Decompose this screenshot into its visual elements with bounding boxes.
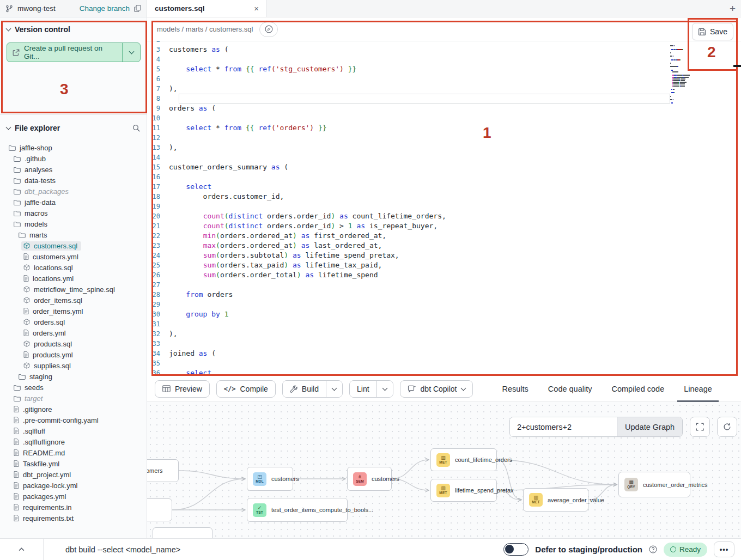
code-line-19[interactable]: 19 <box>147 202 741 211</box>
defer-toggle[interactable] <box>503 543 529 556</box>
code-line-12[interactable]: 12 <box>147 133 741 143</box>
tree-item-jaffle-data[interactable]: jaffle-data <box>3 197 144 208</box>
tree-item-models[interactable]: models <box>3 218 144 229</box>
tab-code-quality[interactable]: Code quality <box>548 376 592 402</box>
create-pull-request-main[interactable]: Create a pull request on Git... <box>7 43 123 62</box>
lint-button[interactable]: Lint <box>350 381 376 397</box>
create-pull-request-button[interactable]: Create a pull request on Git... <box>7 42 141 62</box>
tree-item--sqlfluff[interactable]: .sqlfluff <box>3 425 144 436</box>
tree-item-package-lock-yml[interactable]: package-lock.yml <box>3 480 144 491</box>
tree-item-products-sql[interactable]: products.sql <box>3 338 144 349</box>
cli-command-text[interactable]: dbt build --select <model_name> <box>65 545 180 554</box>
tree-item-data-tests[interactable]: data-tests <box>3 175 144 186</box>
tree-item-dbt-project-yml[interactable]: dbt_project.yml <box>3 469 144 480</box>
tab-compiled-code[interactable]: Compiled code <box>611 376 664 402</box>
fullscreen-button[interactable] <box>690 417 710 437</box>
tree-item-staging[interactable]: staging <box>3 371 144 382</box>
lineage-node-customers_sem[interactable]: ⋔SEMcustomers <box>347 467 392 491</box>
code-line-16[interactable]: 16 <box>147 172 741 182</box>
lineage-node-stg_customers[interactable]: ◳MDLstg_customers <box>147 459 179 482</box>
save-button[interactable]: Save <box>692 23 733 40</box>
code-line-5[interactable]: 5 select * from {{ ref('stg_customers') … <box>147 64 741 74</box>
dbt-copilot-button[interactable]: dbt Copilot <box>400 380 473 398</box>
code-line-9[interactable]: 9orders as ( <box>147 104 741 113</box>
code-line-20[interactable]: 20 count(distinct orders.order_id) as co… <box>147 211 741 221</box>
lineage-selector-input[interactable] <box>510 417 617 436</box>
code-line-10[interactable]: 10 <box>147 113 741 123</box>
lineage-node-lifetime_spend_pretax[interactable]: ▥METlifetime_spend_pretax <box>430 479 497 502</box>
tree-item-marts[interactable]: marts <box>3 229 144 240</box>
tree-item-dbt-packages[interactable]: dbt_packages <box>3 186 144 197</box>
tree-item-customers-sql[interactable]: customers.sql <box>3 240 144 251</box>
code-line-3[interactable]: 3customers as ( <box>147 45 741 54</box>
build-button[interactable]: Build <box>283 381 326 397</box>
lineage-node-orders_src[interactable]: ◳MDLorders <box>147 498 172 521</box>
code-line-14[interactable]: 14 <box>147 153 741 162</box>
tree-item-jaffle-shop[interactable]: jaffle-shop <box>3 142 144 153</box>
collapse-panel-button[interactable] <box>0 539 44 560</box>
tree-item-target[interactable]: target <box>3 393 144 404</box>
code-line-23[interactable]: 23 max(orders.ordered_at) as last_ordere… <box>147 241 741 251</box>
tree-item-products-yml[interactable]: products.yml <box>3 349 144 360</box>
preview-button[interactable]: Preview <box>155 380 210 398</box>
tree-item-taskfile-yml[interactable]: Taskfile.yml <box>3 458 144 469</box>
lint-dropdown[interactable] <box>376 381 393 397</box>
tree-item-order-items-sql[interactable]: order_items.sql <box>3 295 144 306</box>
code-line-18[interactable]: 18 orders.customer_id, <box>147 192 741 202</box>
code-line-32[interactable]: 32), <box>147 329 741 339</box>
tree-item-requirements-txt[interactable]: requirements.txt <box>3 513 144 524</box>
code-line-7[interactable]: 7), <box>147 84 741 94</box>
tree-item-readme-md[interactable]: README.md <box>3 447 144 458</box>
tree-item-metricflow-time-spine-sql[interactable]: metricflow_time_spine.sql <box>3 284 144 295</box>
code-line-27[interactable]: 27 <box>147 280 741 290</box>
tree-item-macros[interactable]: macros <box>3 208 144 218</box>
code-line-34[interactable]: 34joined as ( <box>147 349 741 358</box>
lineage-node-partial_node[interactable] <box>153 527 212 538</box>
code-line-36[interactable]: 36 select <box>147 368 741 376</box>
lineage-compass-button[interactable] <box>259 22 278 37</box>
new-tab-button[interactable]: + <box>730 3 736 15</box>
help-icon[interactable] <box>649 545 657 553</box>
lineage-node-customer_order_metrics[interactable]: ▦QRYcustomer_order_metrics <box>618 472 690 497</box>
tree-item-order-items-yml[interactable]: order_items.yml <box>3 306 144 316</box>
more-options-button[interactable]: ••• <box>714 541 734 557</box>
tree-item-orders-sql[interactable]: orders.sql <box>3 316 144 327</box>
code-area[interactable]: 23customers as (45 select * from {{ ref(… <box>147 41 741 376</box>
code-line-24[interactable]: 24 sum(orders.subtotal) as lifetime_spen… <box>147 251 741 260</box>
tree-item-locations-sql[interactable]: locations.sql <box>3 262 144 273</box>
tab-lineage[interactable]: Lineage <box>684 376 712 402</box>
tree-item-requirements-in[interactable]: requirements.in <box>3 502 144 513</box>
tree-item--github[interactable]: .github <box>3 153 144 164</box>
update-graph-button[interactable]: Update Graph <box>617 417 682 436</box>
lineage-node-average_order_value[interactable]: ▥METaverage_order_value <box>523 488 588 512</box>
tree-item--pre-commit-config-yaml[interactable]: .pre-commit-config.yaml <box>3 415 144 425</box>
tree-item-locations-yml[interactable]: locations.yml <box>3 273 144 284</box>
tab-results[interactable]: Results <box>502 376 529 402</box>
lineage-node-tests[interactable]: ✓TSTtest_order_items_compute_to_bools... <box>247 498 348 522</box>
code-line-8[interactable]: 8 <box>147 94 741 104</box>
change-branch-link[interactable]: Change branch <box>80 4 130 13</box>
code-line-30[interactable]: 30 group by 1 <box>147 309 741 319</box>
refresh-button[interactable] <box>717 417 737 437</box>
tab-customers-sql[interactable]: customers.sql × <box>147 0 267 17</box>
compile-button[interactable]: </> Compile <box>216 380 276 398</box>
lineage-node-customers_mdl[interactable]: ◳MDLcustomers <box>247 467 293 491</box>
code-line-33[interactable]: 33 <box>147 339 741 349</box>
tree-item-orders-yml[interactable]: orders.yml <box>3 327 144 338</box>
code-line-15[interactable]: 15customer_orders_summary as ( <box>147 162 741 172</box>
code-line-35[interactable]: 35 <box>147 358 741 368</box>
code-line-11[interactable]: 11 select * from {{ ref('orders') }} <box>147 123 741 133</box>
lineage-node-count_lifetime_orders[interactable]: ▥METcount_lifetime_orders <box>430 448 497 471</box>
code-line-21[interactable]: 21 count(distinct orders.order_id) > 1 a… <box>147 221 741 231</box>
tab-close-icon[interactable]: × <box>254 4 259 13</box>
code-line-4[interactable]: 4 <box>147 54 741 64</box>
search-icon[interactable] <box>132 124 140 132</box>
tree-item-supplies-sql[interactable]: supplies.sql <box>3 360 144 371</box>
pull-request-dropdown[interactable] <box>123 43 140 62</box>
code-line-22[interactable]: 22 min(orders.ordered_at) as first_order… <box>147 231 741 241</box>
tree-item-packages-yml[interactable]: packages.yml <box>3 491 144 502</box>
tree-item-customers-yml[interactable]: customers.yml <box>3 251 144 262</box>
code-line-29[interactable]: 29 <box>147 300 741 309</box>
minimap[interactable] <box>670 44 717 105</box>
build-dropdown[interactable] <box>326 381 342 397</box>
